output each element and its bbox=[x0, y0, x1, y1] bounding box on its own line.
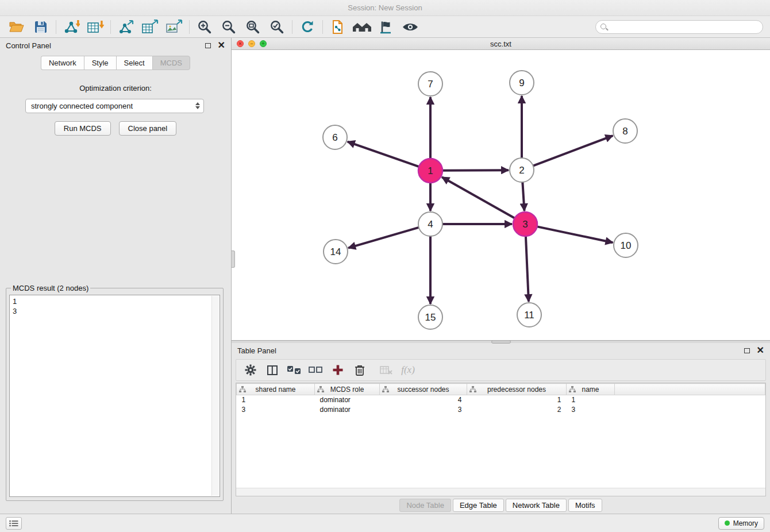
import-table-button[interactable] bbox=[83, 18, 107, 36]
save-session-button[interactable] bbox=[29, 18, 53, 36]
tab-motifs[interactable]: Motifs bbox=[568, 499, 602, 512]
column-header-MCDS-role[interactable]: MCDS role bbox=[315, 384, 380, 395]
cell-MCDS-role[interactable]: dominator bbox=[315, 405, 380, 415]
apply-style-button[interactable] bbox=[374, 18, 398, 36]
table-row[interactable]: 3dominator323 bbox=[237, 405, 765, 415]
zoom-fit-button[interactable] bbox=[241, 18, 265, 36]
cell-predecessor-nodes[interactable]: 1 bbox=[467, 395, 567, 405]
import-table-icon bbox=[87, 20, 104, 34]
close-window-icon[interactable]: × bbox=[237, 40, 244, 47]
zoom-out-button[interactable] bbox=[217, 18, 241, 36]
zoom-fit-icon bbox=[245, 20, 260, 34]
criterion-select[interactable]: strongly connected component bbox=[25, 99, 204, 113]
edge-1-to-2[interactable] bbox=[442, 170, 509, 171]
export-network-button[interactable] bbox=[114, 18, 138, 36]
edge-2-to-8[interactable] bbox=[533, 136, 613, 165]
select-all-rows-button[interactable] bbox=[286, 361, 303, 379]
mcds-result-box[interactable]: 13 bbox=[9, 295, 220, 497]
delete-column-button[interactable] bbox=[351, 361, 368, 379]
add-column-button[interactable] bbox=[329, 361, 346, 379]
vertical-splitter-handle[interactable] bbox=[232, 250, 235, 268]
cell-name[interactable]: 3 bbox=[567, 405, 615, 415]
node-1[interactable]: 1 bbox=[418, 159, 442, 183]
edge-3-to-11[interactable] bbox=[526, 236, 529, 302]
float-panel-icon[interactable] bbox=[205, 43, 211, 48]
cell-filler bbox=[615, 395, 765, 405]
tab-node-table[interactable]: Node Table bbox=[399, 499, 451, 512]
horizontal-splitter-handle[interactable] bbox=[491, 340, 511, 344]
node-3[interactable]: 3 bbox=[513, 212, 537, 236]
close-panel-button[interactable]: Close panel bbox=[119, 121, 177, 136]
edge-3-to-1[interactable] bbox=[442, 177, 515, 218]
run-mcds-button[interactable]: Run MCDS bbox=[55, 121, 111, 136]
node-15[interactable]: 15 bbox=[418, 305, 442, 329]
node-9[interactable]: 9 bbox=[510, 71, 534, 95]
tab-mcds[interactable]: MCDS bbox=[152, 56, 190, 70]
tab-edge-table[interactable]: Edge Table bbox=[453, 499, 504, 512]
function-builder-button[interactable]: f(x) bbox=[399, 361, 417, 379]
maximize-window-icon[interactable]: + bbox=[260, 40, 267, 47]
node-10[interactable]: 10 bbox=[614, 233, 638, 257]
table-settings-button[interactable] bbox=[242, 361, 259, 379]
export-table-icon bbox=[141, 20, 159, 34]
table-horizontal-scrollbar[interactable] bbox=[236, 488, 765, 496]
close-table-panel-icon[interactable]: ✕ bbox=[757, 347, 764, 354]
node-7[interactable]: 7 bbox=[418, 72, 442, 96]
node-2[interactable]: 2 bbox=[510, 158, 534, 182]
column-header-name[interactable]: name bbox=[567, 384, 615, 395]
result-scrollbar[interactable] bbox=[211, 296, 219, 496]
export-table-button[interactable] bbox=[138, 18, 162, 36]
edge-2-to-3[interactable] bbox=[522, 182, 524, 211]
memory-button[interactable]: Memory bbox=[718, 517, 764, 530]
export-image-icon bbox=[165, 20, 183, 34]
column-header-shared-name[interactable]: shared name bbox=[237, 384, 315, 395]
edge-1-to-6[interactable] bbox=[348, 142, 419, 167]
horizontal-splitter[interactable] bbox=[232, 341, 770, 343]
import-network-button[interactable] bbox=[59, 18, 83, 36]
search-input[interactable] bbox=[595, 20, 763, 34]
deselect-all-rows-button[interactable] bbox=[307, 361, 325, 379]
table-row[interactable]: 1dominator411 bbox=[237, 395, 765, 405]
minimize-window-icon[interactable]: − bbox=[248, 40, 255, 47]
show-panels-button[interactable] bbox=[350, 18, 374, 36]
node-11[interactable]: 11 bbox=[517, 303, 541, 327]
refresh-layout-button[interactable] bbox=[295, 18, 319, 36]
open-file-button[interactable] bbox=[5, 18, 29, 36]
svg-text:9: 9 bbox=[519, 78, 524, 88]
select-all-icon bbox=[287, 365, 302, 375]
column-header-successor-nodes[interactable]: successor nodes bbox=[380, 384, 467, 395]
export-image-button[interactable] bbox=[162, 18, 186, 36]
column-label: shared name bbox=[255, 385, 295, 394]
cell-successor-nodes[interactable]: 4 bbox=[380, 395, 467, 405]
close-panel-icon[interactable]: ✕ bbox=[218, 42, 225, 49]
cell-MCDS-role[interactable]: dominator bbox=[315, 395, 380, 405]
tab-network-table[interactable]: Network Table bbox=[506, 499, 567, 512]
cell-successor-nodes[interactable]: 3 bbox=[380, 405, 467, 415]
tab-select[interactable]: Select bbox=[116, 56, 152, 70]
network-graph[interactable]: 7968124314101511 bbox=[232, 50, 770, 340]
node-8[interactable]: 8 bbox=[613, 119, 637, 143]
show-hide-button[interactable] bbox=[398, 18, 422, 36]
delete-table-button[interactable] bbox=[378, 361, 395, 379]
cell-predecessor-nodes[interactable]: 2 bbox=[467, 405, 567, 415]
main-toolbar bbox=[0, 16, 770, 38]
edge-4-to-14[interactable] bbox=[348, 228, 419, 248]
node-14[interactable]: 14 bbox=[324, 240, 348, 264]
tab-network[interactable]: Network bbox=[41, 56, 84, 70]
task-history-button[interactable] bbox=[6, 517, 22, 530]
node-6[interactable]: 6 bbox=[323, 125, 347, 149]
cell-shared-name[interactable]: 1 bbox=[237, 395, 315, 405]
cell-shared-name[interactable]: 3 bbox=[237, 405, 315, 415]
edge-3-to-10[interactable] bbox=[537, 226, 613, 242]
float-table-panel-icon[interactable] bbox=[744, 348, 750, 353]
network-graph-area[interactable]: 7968124314101511 bbox=[232, 50, 770, 340]
first-neighbors-button[interactable] bbox=[326, 18, 350, 36]
node-4[interactable]: 4 bbox=[418, 212, 442, 236]
cell-name[interactable]: 1 bbox=[567, 395, 615, 405]
column-visibility-button[interactable] bbox=[264, 361, 281, 379]
zoom-in-button[interactable] bbox=[192, 18, 217, 36]
style-flag-icon bbox=[379, 20, 394, 34]
column-header-predecessor-nodes[interactable]: predecessor nodes bbox=[467, 384, 567, 395]
zoom-selected-button[interactable] bbox=[265, 18, 289, 36]
tab-style[interactable]: Style bbox=[84, 56, 116, 70]
